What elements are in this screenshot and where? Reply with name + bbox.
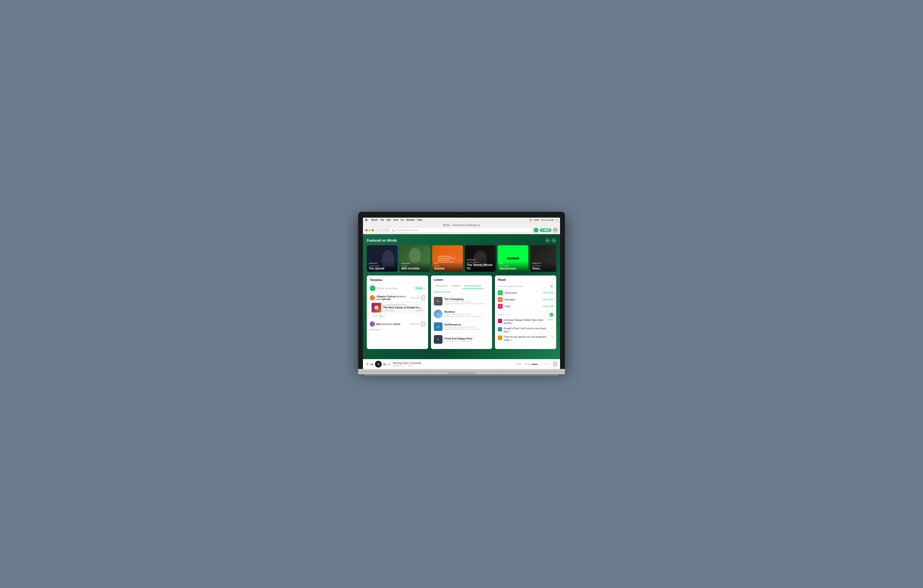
window-menu[interactable]: Window xyxy=(406,219,415,221)
card2-category: Design xyxy=(401,265,428,267)
podcast-card-1[interactable]: ▶ ALLIGATOR PODCAST The New Cause of Glo… xyxy=(370,301,425,314)
edit-menu[interactable]: Edit xyxy=(386,219,391,221)
frontend-arrow: › xyxy=(488,338,489,341)
featured-card-hackernoon[interactable]: HACKERNOON RSS Technology Hackernoon xyxy=(498,245,528,272)
player-refresh-button[interactable]: ↺ xyxy=(366,362,369,366)
search-icon[interactable]: 🔍 xyxy=(555,219,558,221)
timeline-item-2: Bart shared an article 7 days ago ⌄ ENGA… xyxy=(367,319,428,334)
news-title-3: Three at-risk species are now protected … xyxy=(504,335,550,342)
read-more-button[interactable]: › xyxy=(552,278,553,282)
player-forward-button[interactable]: ⏭ xyxy=(383,362,386,366)
maximize-button[interactable] xyxy=(371,229,374,231)
clock: Fri 11:22 AM xyxy=(541,219,553,221)
suggestion-runtime[interactable]: RT Runtime Liked by Stream and 26 others… xyxy=(431,308,492,320)
featured-card-uplook[interactable]: PODCAST Engineering The Uplook xyxy=(367,245,397,272)
runtime-sub1: Liked by Stream and 26 others xyxy=(444,313,486,315)
forward-button[interactable]: › xyxy=(379,228,381,232)
news-item-3[interactable]: Three at-risk species are now protected … xyxy=(498,334,553,343)
progress-bar[interactable] xyxy=(531,364,551,365)
suggestion-frontend[interactable]: 🎙 Front End Happy Hour Liked by Winds an… xyxy=(431,333,492,346)
news-time-2: 1h xyxy=(551,327,553,329)
featured-card-twentyminvc[interactable]: PODCAST Entrepreneur... The Twenty Minut… xyxy=(465,245,496,272)
player-bar: ↺ ⏮ ⏸ ⏭ 1x Banning Facts is Essential SC… xyxy=(363,359,560,369)
timeline-panel: Timeline ··· Share something SEND xyxy=(367,275,428,349)
menubar: ⌘ Winds File Edit View Go Window Help 📶 … xyxy=(363,218,560,223)
play-icon-1[interactable]: ▶ xyxy=(374,306,378,310)
read-title: Read xyxy=(498,278,506,282)
featured-nav: ← → xyxy=(545,238,556,243)
featured-prev-button[interactable]: ← xyxy=(545,238,550,243)
player-options-button[interactable]: ☰ xyxy=(553,362,557,367)
laptop-foot xyxy=(365,374,558,376)
featured-card-sidebar[interactable]: RSS Design Sidebar xyxy=(432,245,463,272)
getstream-sub1: Liked by nparsons08 and 263k others xyxy=(444,326,486,328)
file-menu[interactable]: File xyxy=(380,219,384,221)
follow-mashable-button[interactable]: FOLLOW xyxy=(543,298,553,301)
tl-likes-1[interactable]: ♡ 1,015 xyxy=(370,315,378,317)
refine-interests-link[interactable]: Refine Interests xyxy=(431,289,492,295)
mark-all-read-button[interactable]: ✓ xyxy=(550,313,553,316)
view-menu[interactable]: View xyxy=(393,219,398,221)
podcast-tag-1: ALLIGATOR PODCAST xyxy=(383,304,423,306)
app-menu[interactable]: Winds xyxy=(371,219,378,221)
news-icon-3 xyxy=(498,336,502,340)
suggestion-changelog[interactable]: TC The Changelog Liked by Stream and 26 … xyxy=(431,295,492,308)
back-button[interactable]: ‹ xyxy=(376,228,378,232)
apple-menu[interactable]: ⌘ xyxy=(365,218,368,222)
read-header: Read › xyxy=(495,275,556,283)
listen-more-button[interactable]: › xyxy=(488,278,489,282)
podcast-meta-1: 3,456 Plays 56 mins xyxy=(383,310,423,312)
share-input[interactable]: Share something xyxy=(378,287,411,290)
main-content: Featured on Winds ← → PODCAST E xyxy=(363,234,560,359)
card6-category: Entrepren... xyxy=(532,265,556,267)
frontend-thumb: 🎙 xyxy=(434,335,442,344)
timeline-title: Timeline xyxy=(370,278,383,282)
follow-fubiz-button[interactable]: FOLLOW xyxy=(543,305,553,308)
share-bar: Share something SEND xyxy=(367,283,428,293)
news-item-2[interactable]: Google's Pixel 2 will come in new 'kinda… xyxy=(498,326,553,334)
tl-options-2[interactable]: ⌄ xyxy=(421,322,425,326)
tl-item-text-2: Bart shared an article xyxy=(376,323,408,326)
refresh-button[interactable]: ↻ xyxy=(386,229,388,232)
close-button[interactable] xyxy=(365,229,368,231)
news-title-1: Exclusive: Margot Robbie Talks Joker and… xyxy=(504,318,546,325)
featured-next-button[interactable]: → xyxy=(552,238,556,243)
tl-comments-1[interactable]: 💬 45 xyxy=(379,315,385,317)
news-item-1[interactable]: Exclusive: Margot Robbie Talks Joker and… xyxy=(498,318,553,326)
listen-tabs: EPISODES SHOWS SUGGESTIONS xyxy=(431,283,492,289)
tl-options-1[interactable]: ⌄ xyxy=(421,295,425,300)
changelog-sub1: Liked by Stream and 26 others xyxy=(444,300,486,303)
laptop-base xyxy=(358,369,565,374)
close-follow-button[interactable]: ✕ xyxy=(550,285,553,288)
send-button[interactable]: SEND xyxy=(413,286,425,291)
player-play-pause-button[interactable]: ⏸ xyxy=(375,361,382,367)
url-bar[interactable]: 🔍 Search Winds Feeds... xyxy=(390,228,532,233)
card4-name: The Twenty Minute VC xyxy=(467,263,494,270)
mashable-name: Mashable xyxy=(504,298,541,301)
user-avatar[interactable] xyxy=(534,228,539,233)
card2-name: 99% Invisible xyxy=(401,267,428,270)
card4-category: Entrepreneur... xyxy=(467,261,494,263)
changelog-sub2: BASED ON PODCASTS YOU'VE LISTENED TO xyxy=(444,303,486,305)
home-button[interactable]: ⌂ xyxy=(383,229,384,231)
tab-shows[interactable]: SHOWS xyxy=(450,283,463,289)
player-speed-button[interactable]: 1x xyxy=(388,363,391,365)
suggestion-getstream[interactable]: GS GetStream.io Liked by nparsons08 and … xyxy=(431,320,492,333)
follow-row-techcrunch: TC Techcrunch FOLLOW xyxy=(498,290,553,296)
timeline-more-button[interactable]: ··· xyxy=(422,278,425,282)
tab-episodes[interactable]: EPISODES xyxy=(434,283,450,289)
featured-card-stream[interactable]: PODCAST Entrepren... Strea... xyxy=(530,245,556,272)
help-menu[interactable]: Help xyxy=(417,219,422,221)
changelog-name: The Changelog xyxy=(444,298,486,300)
follow-techcrunch-button[interactable]: FOLLOW xyxy=(543,292,553,294)
player-rewind-button[interactable]: ⏮ xyxy=(370,362,373,366)
tl-time-2: 7 days ago xyxy=(409,323,420,325)
github-icon[interactable] xyxy=(553,228,558,233)
tab-suggestions[interactable]: SUGGESTIONS xyxy=(462,283,483,289)
runtime-thumb: RT xyxy=(434,310,442,318)
go-menu[interactable]: Go xyxy=(401,219,404,221)
featured-card-99invisible[interactable]: PODCAST Design 99% Invisible xyxy=(399,245,430,272)
new-button[interactable]: + NEW xyxy=(540,228,552,232)
load-more-button[interactable]: ⌄ xyxy=(498,343,553,349)
minimize-button[interactable] xyxy=(368,229,371,231)
